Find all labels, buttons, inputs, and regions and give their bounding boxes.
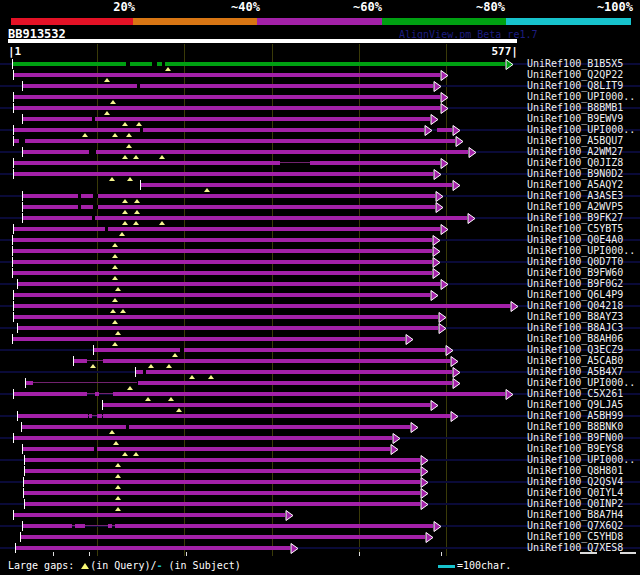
alignment-bar[interactable]: [14, 172, 433, 176]
hit-label[interactable]: UniRef100_Q0INP2: [527, 499, 623, 509]
hit-label[interactable]: UniRef100_Q0E4A0: [527, 235, 623, 245]
alignment-bar[interactable]: [18, 326, 438, 330]
alignment-bar[interactable]: [14, 436, 392, 440]
hit-label[interactable]: UniRef100_Q2QSV4: [527, 477, 623, 487]
alignment-bar[interactable]: [18, 282, 440, 286]
hit-label[interactable]: UniRef100_B9F0G2: [527, 279, 623, 289]
alignment-bar[interactable]: [138, 381, 452, 385]
alignment-bar[interactable]: [23, 216, 467, 220]
alignment-bar[interactable]: [437, 128, 452, 132]
hit-label[interactable]: UniRef100_Q04218: [527, 301, 623, 311]
alignment-bar[interactable]: [103, 359, 450, 363]
alignment-bar[interactable]: [14, 73, 440, 77]
hit-label[interactable]: UniRef100_C5YBT5: [527, 224, 623, 234]
hit-label[interactable]: UniRef100_A5BQU7: [527, 136, 623, 146]
hit-label[interactable]: UniRef100_A5B4X7: [527, 367, 623, 377]
hit-label[interactable]: UniRef100_B9EWV9: [527, 114, 623, 124]
hit-label[interactable]: UniRef100_A5CAB0: [527, 356, 623, 366]
hit-label[interactable]: UniRef100_UPI000..: [527, 378, 635, 388]
alignment-bar[interactable]: [26, 381, 33, 385]
alignment-bar[interactable]: [97, 414, 102, 418]
hit-label[interactable]: UniRef100_UPI000..: [527, 92, 635, 102]
alignment-bar[interactable]: [14, 513, 285, 517]
alignment-bar[interactable]: [108, 524, 112, 528]
alignment-bar[interactable]: [310, 161, 440, 165]
alignment-bar[interactable]: [95, 392, 99, 396]
hit-label[interactable]: UniRef100_B9N0D2: [527, 169, 623, 179]
hit-label[interactable]: UniRef100_Q7XES8: [527, 543, 623, 553]
alignment-bar[interactable]: [115, 524, 433, 528]
alignment-bar[interactable]: [75, 524, 85, 528]
alignment-bar[interactable]: [13, 62, 505, 66]
hit-label[interactable]: UniRef100_Q8LIT9: [527, 81, 623, 91]
hit-label[interactable]: UniRef100_B9EYS8: [527, 444, 623, 454]
hit-label[interactable]: UniRef100_B1B5X5: [527, 59, 623, 69]
hit-label[interactable]: UniRef100_Q6L4P9: [527, 290, 623, 300]
alignment-bar[interactable]: [18, 414, 88, 418]
alignment-bar[interactable]: [16, 546, 290, 550]
hit-label[interactable]: UniRef100_Q7X6Q2: [527, 521, 623, 531]
hit-label[interactable]: UniRef100_A2WM27: [527, 147, 623, 157]
alignment-bar[interactable]: [14, 106, 440, 110]
hit-label[interactable]: UniRef100_B8AH06: [527, 334, 623, 344]
alignment-bar[interactable]: [113, 392, 505, 396]
hit-label[interactable]: UniRef100_A2WVP5: [527, 202, 623, 212]
hit-label[interactable]: UniRef100_Q0IYL4: [527, 488, 623, 498]
hit-label[interactable]: UniRef100_C5X261: [527, 389, 623, 399]
hit-label[interactable]: UniRef100_Q2QP22: [527, 70, 623, 80]
alignment-bar[interactable]: [141, 183, 452, 187]
hit-label[interactable]: UniRef100_B8AYZ3: [527, 312, 623, 322]
alignment-bar[interactable]: [25, 469, 420, 473]
alignment-bar[interactable]: [14, 161, 280, 165]
hit-label[interactable]: UniRef100_B8BNK0: [527, 422, 623, 432]
alignment-bar[interactable]: [13, 337, 405, 341]
alignment-bar[interactable]: [25, 458, 420, 462]
hit-label[interactable]: UniRef100_Q0D7T0: [527, 257, 623, 267]
hit-label[interactable]: UniRef100_Q8H801: [527, 466, 623, 476]
hit-label[interactable]: UniRef100_B8AJC3: [527, 323, 623, 333]
alignment-bar[interactable]: [14, 95, 440, 99]
alignment-bar[interactable]: [13, 249, 432, 253]
hit-label[interactable]: UniRef100_A5BH99: [527, 411, 623, 421]
alignment-bar[interactable]: [89, 414, 92, 418]
alignment-bar[interactable]: [23, 194, 435, 198]
hit-label[interactable]: UniRef100_UPI000..: [527, 246, 635, 256]
hit-label[interactable]: UniRef100_Q0JIZ8: [527, 158, 623, 168]
alignment-bar[interactable]: [24, 480, 420, 484]
alignment-bar[interactable]: [23, 524, 72, 528]
hit-label[interactable]: UniRef100_A3ASE3: [527, 191, 623, 201]
alignment-bar[interactable]: [23, 205, 435, 209]
alignment-bar[interactable]: [14, 293, 430, 297]
alignment-bar[interactable]: [24, 491, 420, 495]
alignment-bar[interactable]: [94, 348, 445, 352]
alignment-bar[interactable]: [103, 403, 430, 407]
alignment-bar[interactable]: [74, 359, 87, 363]
alignment-bar[interactable]: [13, 271, 432, 275]
hit-label[interactable]: UniRef100_Q9LJA5: [527, 400, 623, 410]
hit-label[interactable]: UniRef100_B9FW60: [527, 268, 623, 278]
alignment-bar[interactable]: [14, 227, 440, 231]
hit-label[interactable]: UniRef100_UPI000..: [527, 125, 635, 135]
alignment-bar[interactable]: [14, 139, 455, 143]
hit-label[interactable]: UniRef100_B8BMB1: [527, 103, 623, 113]
alignment-bar[interactable]: [13, 260, 432, 264]
alignment-bar[interactable]: [14, 304, 510, 308]
alignment-bar[interactable]: [13, 238, 432, 242]
hit-label[interactable]: UniRef100_Q3ECZ9: [527, 345, 623, 355]
hit-label[interactable]: UniRef100_B9FN00: [527, 433, 623, 443]
alignment-bar[interactable]: [136, 370, 452, 374]
alignment-bar[interactable]: [23, 117, 430, 121]
hit-label[interactable]: UniRef100_UPI000..: [527, 455, 635, 465]
alignment-bar[interactable]: [14, 128, 424, 132]
alignment-bar[interactable]: [14, 392, 87, 396]
hit-label[interactable]: UniRef100_B9FK27: [527, 213, 623, 223]
hit-label[interactable]: UniRef100_B8A7H4: [527, 510, 623, 520]
hit-label[interactable]: UniRef100_C5YHD8: [527, 532, 623, 542]
alignment-bar[interactable]: [23, 447, 390, 451]
alignment-bar[interactable]: [14, 315, 438, 319]
alignment-bar[interactable]: [25, 502, 420, 506]
alignment-bar[interactable]: [21, 535, 425, 539]
hit-label[interactable]: UniRef100_A5AQY2: [527, 180, 623, 190]
alignment-bar[interactable]: [103, 414, 450, 418]
alignment-bar[interactable]: [22, 425, 410, 429]
